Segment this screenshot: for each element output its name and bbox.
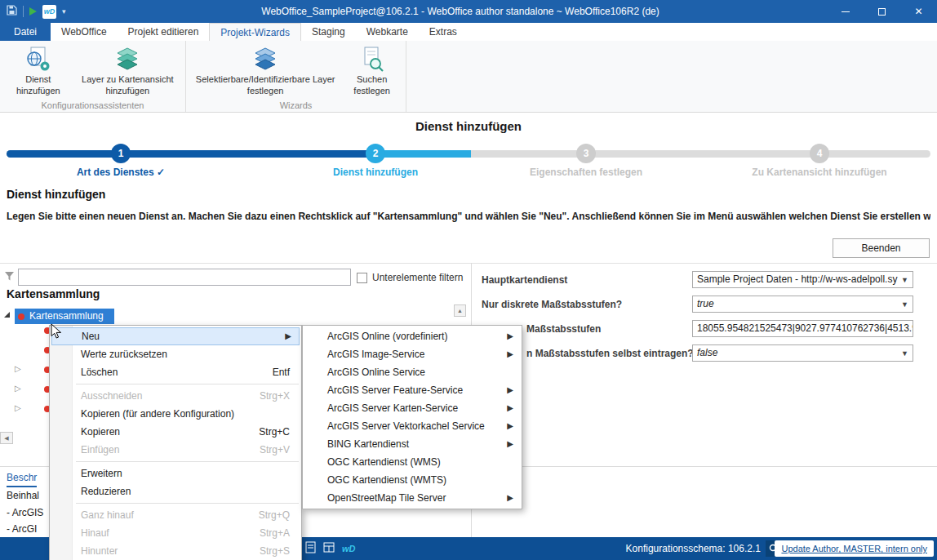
update-author-link[interactable]: Update Author, MASTER, intern only <box>775 540 934 557</box>
chevron-down-icon[interactable]: ▼ <box>901 297 908 313</box>
submenu-arrow-icon: ▶ <box>507 381 513 399</box>
scroll-up-button[interactable]: ▲ <box>454 304 466 317</box>
window-title: WebOffice_SampleProject@106.2.1 - WebOff… <box>98 0 823 23</box>
tab-weboffice[interactable]: WebOffice <box>51 23 118 41</box>
chevron-down-icon[interactable]: ▾ <box>62 7 66 16</box>
tree-heading: Kartensammlung <box>7 287 100 300</box>
step-circle-3: 3 <box>576 144 596 163</box>
service-add-icon <box>24 45 52 74</box>
submenu-item-arcgis-server-feature-service[interactable]: ArcGIS Server Feature-Service▶ <box>303 381 522 399</box>
report-icon[interactable] <box>305 541 316 556</box>
tab-projekt-editieren[interactable]: Projekt editieren <box>118 23 210 41</box>
step-label-4: Zu Kartenansicht hinzufügen <box>722 167 917 178</box>
close-icon: ✕ <box>914 6 922 17</box>
section-title: Dienst hinzufügen <box>7 188 105 201</box>
wizard-title: Dienst hinzufügen <box>0 119 937 133</box>
submenu-item-ogc-kartendienst-wms[interactable]: OGC Kartendienst (WMS) <box>303 453 522 471</box>
submenu-item-openstreetmap-tile-server[interactable]: OpenStreetMap Tile Server▶ <box>303 489 522 507</box>
ribbon-tab-bar: Datei WebOffice Projekt editieren Projek… <box>0 23 937 41</box>
tab-extras[interactable]: Extras <box>419 23 468 41</box>
filter-icon <box>4 271 15 284</box>
prop-label-hauptkartendienst: Hauptkartendienst <box>482 274 567 286</box>
prop-label-diskrete-massstabsstufen: Nur diskrete Maßstabsstufen? <box>482 299 622 310</box>
titlebar: wD ▾ WebOffice_SampleProject@106.2.1 - W… <box>0 0 937 23</box>
description-line: - ArcGI <box>7 523 37 535</box>
ribbon-group-label: Konfigurationsassistenten <box>0 100 185 110</box>
node-status-icon <box>18 313 24 320</box>
step-label-2: Dienst hinzufügen <box>294 167 457 178</box>
scroll-left-button[interactable]: ◀ <box>0 432 13 444</box>
selbst-eintragen-select[interactable]: false ▼ <box>692 344 913 362</box>
content-divider <box>0 263 937 264</box>
massstabsstufen-input[interactable]: 18055.954821525473|9027.977410762736|451… <box>692 320 913 337</box>
menu-item-ganz-hinauf: Ganz hinaufStrg+Q <box>50 506 301 524</box>
ribbon-button-dienst-hinzufuegen[interactable]: Dienst hinzufügen <box>3 42 73 100</box>
layers-select-icon <box>251 45 279 74</box>
description-line: Beinhal <box>7 490 39 501</box>
subelements-filter-checkbox[interactable] <box>357 273 367 283</box>
finish-button[interactable]: Beenden <box>833 238 930 258</box>
menu-item-kopieren-andere-konfiguration[interactable]: Kopieren (für andere Konfiguration) <box>50 405 301 423</box>
submenu-item-arcgis-online-vordefiniert[interactable]: ArcGIS Online (vordefiniert)▶ <box>303 327 522 345</box>
minimize-button[interactable] <box>827 0 864 23</box>
tree-expander-open-icon[interactable] <box>4 312 10 318</box>
weboffice-icon[interactable]: wD <box>342 544 356 553</box>
maximize-button[interactable] <box>864 0 900 23</box>
tab-beschreibung[interactable]: Beschr <box>7 472 37 487</box>
submenu-item-bing-kartendienst[interactable]: BING Kartendienst▶ <box>303 435 522 453</box>
submenu-item-arcgis-server-vektorkachel-service[interactable]: ArcGIS Server Vektorkachel Service▶ <box>303 417 522 435</box>
submenu-item-arcgis-server-karten-service[interactable]: ArcGIS Server Karten-Service▶ <box>303 399 522 417</box>
menu-item-werte-zuruecksetzen[interactable]: Werte zurücksetzen <box>50 345 301 363</box>
filter-input[interactable] <box>18 269 351 286</box>
menu-item-kopieren[interactable]: KopierenStrg+C <box>50 423 301 441</box>
neu-submenu: ArcGIS Online (vordefiniert)▶ ArcGIS Ima… <box>302 325 522 509</box>
step-label-1: Art des Dienstes ✓ <box>39 167 202 178</box>
app-window: wD ▾ WebOffice_SampleProject@106.2.1 - W… <box>0 0 937 560</box>
submenu-item-ogc-kartendienst-wmts[interactable]: OGC Kartendienst (WMTS) <box>303 471 522 489</box>
tab-staging[interactable]: Staging <box>301 23 356 41</box>
submenu-item-arcgis-image-service[interactable]: ArcGIS Image-Service▶ <box>303 345 522 363</box>
ribbon-button-suchen-festlegen[interactable]: Suchen festlegen <box>341 42 402 100</box>
ribbon-group-konfigurationsassistenten: Dienst hinzufügen Layer zu Kartenansicht… <box>0 41 186 112</box>
menu-item-hinunter: HinunterStrg+S <box>50 542 301 560</box>
tree-root-node[interactable]: Kartensammlung <box>15 309 114 324</box>
diskrete-massstabsstufen-select[interactable]: true ▼ <box>692 296 913 313</box>
submenu-arrow-icon: ▶ <box>507 435 513 453</box>
submenu-item-arcgis-online-service[interactable]: ArcGIS Online Service <box>303 363 522 381</box>
menu-item-loeschen[interactable]: LöschenEntf <box>50 363 301 381</box>
hauptkartendienst-select[interactable]: Sample Project Daten - http://w-ws-adelp… <box>692 271 913 288</box>
prop-label-selbst-eintragen: n Maßstabsstufen selbst eintragen? <box>526 348 694 359</box>
tree-expander-icon[interactable]: ▷ <box>15 403 21 413</box>
progress-segment-done <box>7 150 375 158</box>
ribbon-button-layer-zu-kartenansicht[interactable]: Layer zu Kartenansicht hinzufügen <box>73 42 182 100</box>
quick-access-toolbar: wD ▾ <box>7 0 66 23</box>
menu-item-ausschneiden: AusschneidenStrg+X <box>50 387 301 405</box>
submenu-arrow-icon: ▶ <box>507 399 513 417</box>
configuration-schema-text: Konfigurationsschema: 106.2.1 <box>626 537 761 560</box>
window-grid-icon[interactable] <box>323 542 335 555</box>
tree-expander-icon[interactable]: ▷ <box>15 364 21 374</box>
tab-datei[interactable]: Datei <box>0 23 51 41</box>
maximize-icon <box>878 8 886 16</box>
tree-expander-icon[interactable]: ▷ <box>15 384 21 393</box>
menu-item-neu[interactable]: Neu ▶ <box>51 327 300 345</box>
weboffice-logo[interactable]: wD <box>42 5 56 19</box>
step-circle-1: 1 <box>111 144 131 163</box>
close-button[interactable]: ✕ <box>900 0 937 23</box>
step-circle-4: 4 <box>810 144 829 163</box>
wizard-instruction: Legen Sie bitte einen neuen Dienst an. M… <box>7 211 930 222</box>
tab-webkarte[interactable]: Webkarte <box>356 23 419 41</box>
mouse-cursor <box>51 323 62 342</box>
menu-item-erweitern[interactable]: Erweitern <box>50 464 301 482</box>
save-icon[interactable] <box>7 5 17 18</box>
menu-item-reduzieren[interactable]: Reduzieren <box>50 482 301 500</box>
step-circle-2: 2 <box>366 144 385 163</box>
menu-separator <box>76 461 299 462</box>
run-icon[interactable] <box>29 7 37 16</box>
chevron-down-icon[interactable]: ▼ <box>901 346 908 362</box>
window-controls: ✕ <box>827 0 937 23</box>
tab-projekt-wizards[interactable]: Projekt-Wizards <box>209 23 301 41</box>
submenu-arrow-icon: ▶ <box>285 328 291 344</box>
ribbon-button-selektierbare-layer[interactable]: Selektierbare/Identifizierbare Layer fes… <box>189 42 341 100</box>
chevron-down-icon[interactable]: ▼ <box>901 273 908 288</box>
